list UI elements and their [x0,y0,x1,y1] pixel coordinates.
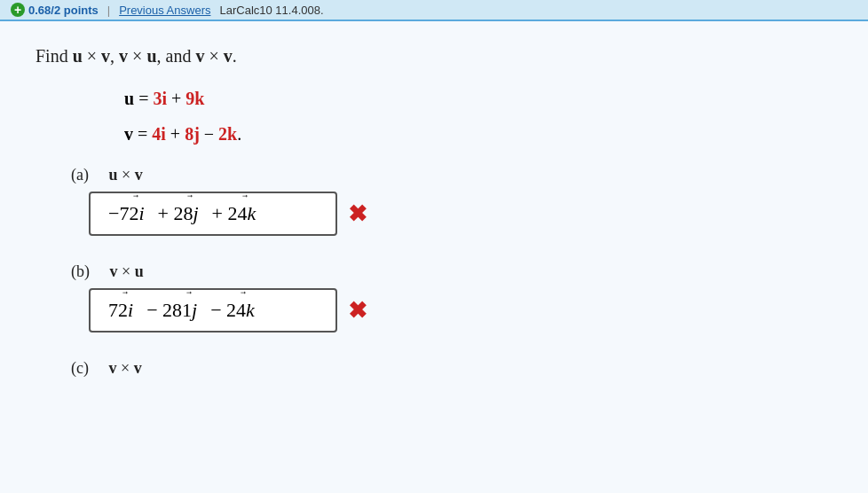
plus-icon: + [11,3,25,17]
previous-answers-link[interactable]: Previous Answers [119,4,210,17]
part-a-wrong-mark[interactable]: ✖ [348,200,367,228]
part-b-answer-box[interactable]: 72i⃗ − 281j⃗ − 24k⃗ [89,288,337,333]
problem-statement: Find u × v, v × u, and v × v. [36,46,832,67]
main-content: Find u × v, v × u, and v × v. u = 3i + 9… [0,21,868,493]
part-a-section: (a) u × v −72i⃗ + 28j⃗ + 24k⃗ ✖ [36,166,832,236]
part-b-answer: 72i⃗ − 281j⃗ − 24k⃗ [108,299,258,322]
part-b-section: (b) v × u 72i⃗ − 281j⃗ − 24k⃗ ✖ [36,262,832,333]
top-bar: + 0.68/2 points | Previous Answers LarCa… [0,0,868,21]
u-definition: u = 3i + 9k [124,84,832,113]
problem-ref: LarCalc10 11.4.008. [219,4,323,17]
v-definition: v = 4i + 8j − 2k. [124,120,832,148]
part-c-section: (c) v × v [36,359,832,378]
part-a-answer: −72i⃗ + 28j⃗ + 24k⃗ [108,202,259,225]
part-b-wrong-mark[interactable]: ✖ [348,297,367,325]
points-text: 0.68/2 points [28,4,99,17]
part-c-label: (c) v × v [71,359,832,378]
part-a-answer-row: −72i⃗ + 28j⃗ + 24k⃗ ✖ [89,192,832,236]
part-b-answer-row: 72i⃗ − 281j⃗ − 24k⃗ ✖ [89,288,832,333]
points-badge: + 0.68/2 points [11,3,99,17]
part-b-label: (b) v × u [71,262,832,281]
part-a-label: (a) u × v [71,166,832,184]
part-a-answer-box[interactable]: −72i⃗ + 28j⃗ + 24k⃗ [89,192,337,236]
divider: | [107,4,110,17]
